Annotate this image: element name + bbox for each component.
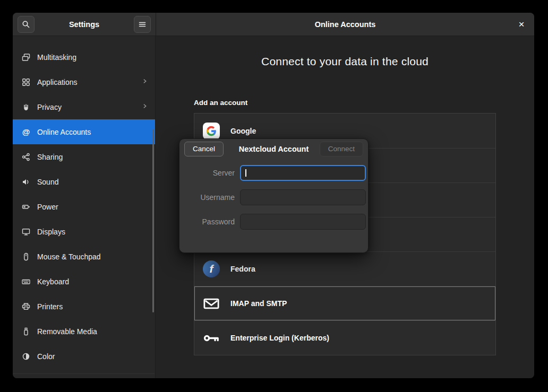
settings-window: Settings Online Accounts × xyxy=(13,13,534,378)
sidebar-item-label: Sharing xyxy=(37,153,63,161)
privacy-icon xyxy=(22,103,30,111)
username-input[interactable] xyxy=(240,189,366,205)
password-field-row: Password xyxy=(182,214,366,230)
sidebar-headerbar: Settings xyxy=(13,13,156,36)
page-title: Connect to your data in the cloud xyxy=(156,55,534,68)
sidebar-item-label: Privacy xyxy=(37,103,62,111)
sidebar-item-label: Multitasking xyxy=(37,53,76,62)
sharing-icon xyxy=(22,153,30,161)
cancel-button[interactable]: Cancel xyxy=(184,142,224,156)
fedora-logo: f xyxy=(203,260,220,277)
account-row-fedora[interactable]: f Fedora xyxy=(194,251,495,286)
sidebar-item-displays[interactable]: Displays xyxy=(13,219,155,244)
nextcloud-account-dialog: Cancel Nextcloud Account Connect Server … xyxy=(179,138,369,253)
chevron-right-icon xyxy=(141,102,149,111)
multitasking-icon xyxy=(22,53,30,62)
settings-sidebar: Multitasking Applications Privacy xyxy=(13,36,156,378)
applications-icon xyxy=(22,78,30,86)
mouse-icon xyxy=(22,252,30,261)
chevron-right-icon xyxy=(141,77,149,86)
server-field-row: Server xyxy=(182,165,366,181)
displays-icon xyxy=(22,228,30,236)
sidebar-item-power[interactable]: Power xyxy=(13,194,155,219)
google-logo xyxy=(203,123,220,140)
account-row-label: Fedora xyxy=(230,265,255,273)
printer-icon xyxy=(22,302,30,311)
sidebar-item-label: Applications xyxy=(37,78,78,86)
sidebar-item-label: Sound xyxy=(37,178,58,186)
password-input[interactable] xyxy=(240,214,366,230)
connect-button[interactable]: Connect xyxy=(320,142,363,156)
panel-title: Online Accounts xyxy=(156,13,534,36)
sidebar-item-removable-media[interactable]: Removable Media xyxy=(13,319,155,344)
close-window-button[interactable]: × xyxy=(514,17,529,32)
sidebar-item-printers[interactable]: Printers xyxy=(13,294,155,319)
sidebar-item-keyboard[interactable]: Keyboard xyxy=(13,269,155,294)
sidebar-item-sharing[interactable]: Sharing xyxy=(13,144,155,169)
sidebar-item-mouse-touchpad[interactable]: Mouse & Touchpad xyxy=(13,244,155,269)
color-icon xyxy=(22,352,30,361)
sidebar-item-label: Power xyxy=(37,203,58,211)
content-headerbar: Online Accounts × xyxy=(156,13,534,36)
search-button[interactable] xyxy=(18,16,35,33)
sidebar-item-applications[interactable]: Applications xyxy=(13,69,155,94)
hamburger-menu-icon xyxy=(138,20,147,29)
sidebar-item-multitasking[interactable]: Multitasking xyxy=(13,45,155,69)
server-input[interactable] xyxy=(240,165,366,181)
account-row-label: Enterprise Login (Kerberos) xyxy=(230,334,329,342)
primary-menu-button[interactable] xyxy=(134,16,151,33)
sidebar-partial-row-divider xyxy=(13,373,155,374)
sidebar-item-color[interactable]: Color xyxy=(13,344,155,369)
account-row-label: Google xyxy=(230,127,256,135)
account-row-kerberos[interactable]: Enterprise Login (Kerberos) xyxy=(194,320,495,355)
account-row-label: IMAP and SMTP xyxy=(230,299,287,308)
sidebar-item-label: Removable Media xyxy=(37,327,97,336)
power-icon xyxy=(22,203,30,211)
envelope-icon xyxy=(203,295,220,312)
search-icon xyxy=(22,20,30,29)
sound-icon xyxy=(22,178,30,186)
account-row-imap-smtp[interactable]: IMAP and SMTP xyxy=(194,286,495,320)
sidebar-item-label: Keyboard xyxy=(37,277,69,286)
username-field-row: Username xyxy=(182,189,366,205)
sidebar-item-online-accounts[interactable]: @ Online Accounts xyxy=(13,119,155,144)
sidebar-scrollbar[interactable] xyxy=(152,129,154,312)
sidebar-item-label: Displays xyxy=(37,228,65,236)
sidebar-item-label: Color xyxy=(37,352,55,361)
close-icon: × xyxy=(518,19,524,30)
sidebar-item-sound[interactable]: Sound xyxy=(13,169,155,194)
keyboard-icon xyxy=(22,277,30,286)
text-caret xyxy=(245,169,246,177)
online-accounts-icon: @ xyxy=(22,128,30,136)
key-icon xyxy=(203,329,220,346)
sidebar-item-privacy[interactable]: Privacy xyxy=(13,94,155,119)
add-account-section-label: Add an account xyxy=(194,99,247,107)
password-label: Password xyxy=(182,217,235,226)
sidebar-item-label: Online Accounts xyxy=(37,128,91,136)
removable-media-icon xyxy=(22,327,30,336)
server-label: Server xyxy=(182,169,235,177)
username-label: Username xyxy=(182,193,235,202)
sidebar-item-label: Mouse & Touchpad xyxy=(37,252,101,261)
sidebar-item-label: Printers xyxy=(37,302,63,311)
dialog-header: Cancel Nextcloud Account Connect xyxy=(179,139,368,159)
